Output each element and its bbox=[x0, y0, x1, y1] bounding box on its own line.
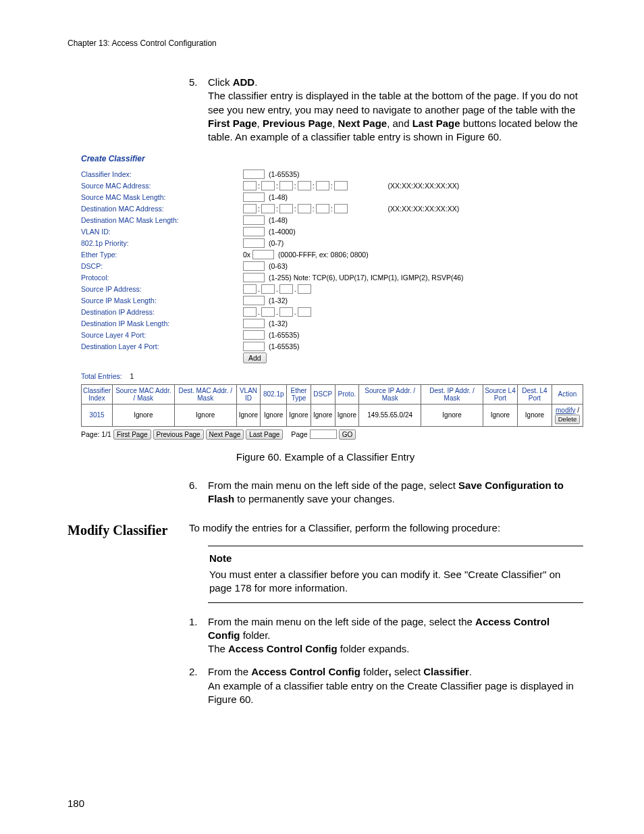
th-src-ip: Source IP Addr. / Mask bbox=[359, 384, 421, 404]
hint: (XX:XX:XX:XX:XX:XX) bbox=[388, 181, 460, 190]
ether-type-input[interactable] bbox=[252, 250, 274, 259]
step-number: 6. bbox=[189, 479, 208, 506]
add-label: ADD bbox=[233, 76, 255, 88]
table-row: 3015 Ignore Ignore Ignore Ignore Ignore … bbox=[82, 404, 583, 426]
dst-l4-input[interactable] bbox=[243, 342, 265, 351]
th-src-l4: Source L4 Port bbox=[483, 384, 517, 404]
src-ip-input[interactable] bbox=[243, 284, 257, 294]
first-page-button[interactable]: First Page bbox=[113, 429, 151, 440]
lbl-dst-l4: Destination Layer 4 Port: bbox=[81, 342, 243, 351]
modify-step-1: 1. From the main menu on the left side o… bbox=[189, 615, 583, 656]
text: . bbox=[469, 666, 472, 677]
step-number: 1. bbox=[189, 615, 208, 656]
note-body: You must enter a classifier before you c… bbox=[209, 568, 582, 596]
text: folder. bbox=[240, 629, 270, 641]
dst-mac-input[interactable] bbox=[334, 204, 348, 213]
hint: (1-65535) bbox=[269, 170, 300, 179]
dst-mac-mask-input[interactable] bbox=[243, 215, 265, 225]
dst-ip-input[interactable] bbox=[298, 307, 311, 317]
lbl-src-ip-mask: Source IP Mask Length: bbox=[81, 296, 243, 305]
total-entries-label: Total Entries: bbox=[81, 372, 122, 380]
th-classifier-index: Classifier Index bbox=[82, 384, 113, 404]
prev-page-label: Previous Page bbox=[263, 118, 332, 129]
go-button[interactable]: GO bbox=[339, 429, 356, 440]
cell-smac: Ignore bbox=[112, 404, 174, 426]
hint: (1-255) Note: TCP(6), UDP(17), ICMP(1), … bbox=[269, 273, 464, 282]
total-entries-value: 1 bbox=[130, 372, 134, 380]
dst-mac-input[interactable] bbox=[261, 204, 275, 213]
dst-mac-input[interactable] bbox=[298, 204, 311, 213]
page-number: 180 bbox=[68, 797, 583, 810]
priority-input[interactable] bbox=[243, 238, 265, 248]
text: From the main menu on the left side of t… bbox=[208, 479, 458, 491]
protocol-input[interactable] bbox=[243, 273, 265, 282]
th-dst-ip: Dest. IP Addr. / Mask bbox=[421, 384, 483, 404]
cell-dmac: Ignore bbox=[174, 404, 236, 426]
text: select bbox=[394, 666, 423, 677]
add-button[interactable]: Add bbox=[243, 353, 267, 363]
dst-ip-input[interactable] bbox=[279, 307, 293, 317]
text: From the bbox=[208, 666, 251, 677]
hint: (XX:XX:XX:XX:XX:XX) bbox=[388, 204, 460, 213]
chapter-header: Chapter 13: Access Control Configuration bbox=[68, 38, 583, 49]
dst-mac-input[interactable] bbox=[316, 204, 329, 213]
note-title: Note bbox=[209, 552, 582, 565]
classifier-label: Classifier bbox=[423, 666, 469, 677]
th-src-mac: Source MAC Addr. / Mask bbox=[112, 384, 174, 404]
src-mac-input[interactable] bbox=[298, 181, 311, 190]
th-vlan: VLAN ID bbox=[236, 384, 261, 404]
text: Click bbox=[208, 76, 233, 88]
previous-page-button[interactable]: Previous Page bbox=[153, 429, 204, 440]
cell-action: modify / Delete bbox=[552, 404, 583, 426]
th-ether: Ether Type bbox=[287, 384, 311, 404]
lbl-protocol: Protocol: bbox=[81, 273, 243, 282]
last-page-label: Last Page bbox=[412, 118, 460, 129]
text: folder bbox=[360, 666, 389, 677]
cell-pri: Ignore bbox=[261, 404, 287, 426]
hint: (1-48) bbox=[269, 215, 288, 225]
dscp-input[interactable] bbox=[243, 261, 265, 271]
step-6: 6. From the main menu on the left side o… bbox=[189, 479, 583, 506]
lbl-priority: 802.1p Priority: bbox=[81, 238, 243, 248]
text: folder expands. bbox=[338, 643, 410, 654]
src-ip-input[interactable] bbox=[279, 284, 293, 294]
th-dscp: DSCP bbox=[311, 384, 335, 404]
src-mac-input[interactable] bbox=[316, 181, 329, 190]
hint: (1-65535) bbox=[269, 342, 300, 351]
dst-ip-input[interactable] bbox=[243, 307, 257, 317]
modify-link[interactable]: modify bbox=[556, 407, 575, 414]
src-mac-input[interactable] bbox=[261, 181, 275, 190]
src-ip-input[interactable] bbox=[298, 284, 311, 294]
th-action: Action bbox=[552, 384, 583, 404]
form-title: Create Classifier bbox=[81, 153, 583, 164]
vlan-input[interactable] bbox=[243, 227, 265, 236]
lbl-src-mac: Source MAC Address: bbox=[81, 181, 243, 190]
dst-mac-input[interactable] bbox=[279, 204, 293, 213]
dst-mac-input[interactable] bbox=[243, 204, 257, 213]
next-page-button[interactable]: Next Page bbox=[206, 429, 244, 440]
lbl-ether-type: Ether Type: bbox=[81, 250, 243, 259]
src-l4-input[interactable] bbox=[243, 330, 265, 340]
page-input[interactable] bbox=[310, 429, 337, 439]
lbl-vlan: VLAN ID: bbox=[81, 227, 243, 236]
src-ip-mask-input[interactable] bbox=[243, 296, 265, 305]
cell-sip: 149.55.65.0/24 bbox=[359, 404, 421, 426]
src-mac-input[interactable] bbox=[279, 181, 293, 190]
dst-ip-mask-input[interactable] bbox=[243, 319, 265, 328]
src-ip-input[interactable] bbox=[261, 284, 275, 294]
modify-classifier-section: Modify Classifier To modify the entries … bbox=[68, 521, 583, 716]
dst-ip-input[interactable] bbox=[261, 307, 275, 317]
classifier-index-input[interactable] bbox=[243, 170, 265, 179]
last-page-button[interactable]: Last Page bbox=[246, 429, 283, 440]
figure-caption: Figure 60. Example of a Classifier Entry bbox=[68, 450, 583, 464]
step-5: 5. Click ADD. The classifier entry is di… bbox=[189, 76, 583, 144]
classifier-table: Classifier Index Source MAC Addr. / Mask… bbox=[81, 384, 583, 427]
cell-eth: Ignore bbox=[287, 404, 311, 426]
src-mac-input[interactable] bbox=[243, 181, 257, 190]
delete-button[interactable]: Delete bbox=[555, 415, 580, 424]
src-mac-input[interactable] bbox=[334, 181, 348, 190]
lbl-dst-mac: Destination MAC Address: bbox=[81, 204, 243, 213]
src-mac-mask-input[interactable] bbox=[243, 192, 265, 202]
step-number: 5. bbox=[189, 76, 208, 144]
hint: (0000-FFFF, ex: 0806; 0800) bbox=[278, 250, 369, 259]
